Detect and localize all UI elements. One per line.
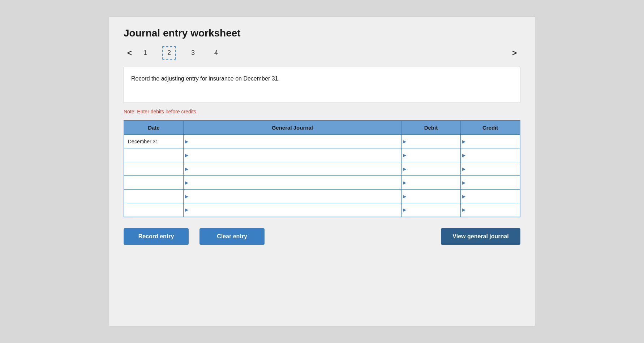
journal-cell-2[interactable]: ▶ [183, 148, 401, 162]
view-journal-button[interactable]: View general journal [441, 228, 520, 245]
tab-2[interactable]: 2 [162, 46, 176, 60]
tab-numbers: 1 2 3 4 [139, 46, 222, 60]
journal-input-6[interactable] [184, 203, 401, 217]
journal-cell-5[interactable]: ▶ [183, 190, 401, 203]
header-credit: Credit [461, 121, 520, 135]
tab-3[interactable]: 3 [187, 47, 199, 59]
debit-cell-2[interactable]: ▶ [401, 148, 460, 162]
journal-cell-1[interactable]: ▶ [183, 135, 401, 148]
credit-input-5[interactable] [461, 190, 520, 203]
instruction-text: Record the adjusting entry for insurance… [131, 74, 513, 83]
journal-input-3[interactable] [184, 162, 401, 175]
credit-input-6[interactable] [461, 203, 520, 217]
debit-cell-4[interactable]: ▶ [401, 176, 460, 190]
debit-cell-3[interactable]: ▶ [401, 162, 460, 176]
credit-cell-5[interactable]: ▶ [461, 190, 520, 203]
credit-input-2[interactable] [461, 148, 520, 162]
table-header-row: Date General Journal Debit Credit [124, 121, 520, 135]
date-cell-5 [124, 190, 183, 203]
debit-cell-6[interactable]: ▶ [401, 203, 460, 217]
debit-cell-1[interactable]: ▶ [401, 135, 460, 148]
journal-input-2[interactable] [184, 148, 401, 162]
page-title: Journal entry worksheet [124, 27, 520, 39]
date-cell-2 [124, 148, 183, 162]
table-row: ▶ ▶ ▶ [124, 148, 520, 162]
debit-input-3[interactable] [402, 162, 460, 175]
tab-1[interactable]: 1 [139, 47, 151, 59]
credit-input-1[interactable] [461, 135, 520, 148]
table-row: December 31 ▶ ▶ ▶ [124, 135, 520, 148]
next-arrow[interactable]: > [508, 47, 520, 60]
debit-input-1[interactable] [402, 135, 460, 148]
date-cell-3 [124, 162, 183, 176]
credit-cell-1[interactable]: ▶ [461, 135, 520, 148]
credit-cell-4[interactable]: ▶ [461, 176, 520, 190]
journal-cell-4[interactable]: ▶ [183, 176, 401, 190]
debit-input-2[interactable] [402, 148, 460, 162]
date-cell-4 [124, 176, 183, 190]
credit-input-3[interactable] [461, 162, 520, 175]
journal-input-5[interactable] [184, 190, 401, 203]
instruction-box: Record the adjusting entry for insurance… [124, 67, 520, 103]
credit-cell-3[interactable]: ▶ [461, 162, 520, 176]
credit-cell-6[interactable]: ▶ [461, 203, 520, 217]
worksheet-container: Journal entry worksheet < 1 2 3 4 > Reco… [109, 16, 535, 327]
journal-cell-3[interactable]: ▶ [183, 162, 401, 176]
header-debit: Debit [401, 121, 460, 135]
date-cell-1: December 31 [124, 135, 183, 148]
debit-input-4[interactable] [402, 176, 460, 189]
date-value-1: December 31 [128, 139, 158, 144]
header-general-journal: General Journal [183, 121, 401, 135]
debit-input-5[interactable] [402, 190, 460, 203]
journal-cell-6[interactable]: ▶ [183, 203, 401, 217]
prev-arrow[interactable]: < [124, 47, 136, 60]
header-date: Date [124, 121, 183, 135]
navigation-row: < 1 2 3 4 > [124, 46, 520, 60]
credit-input-4[interactable] [461, 176, 520, 189]
journal-input-4[interactable] [184, 176, 401, 189]
debit-cell-5[interactable]: ▶ [401, 190, 460, 203]
note-text: Note: Enter debits before credits. [124, 109, 520, 114]
clear-entry-button[interactable]: Clear entry [199, 228, 265, 245]
credit-cell-2[interactable]: ▶ [461, 148, 520, 162]
table-row: ▶ ▶ ▶ [124, 203, 520, 217]
table-row: ▶ ▶ ▶ [124, 190, 520, 203]
debit-input-6[interactable] [402, 203, 460, 217]
date-cell-6 [124, 203, 183, 217]
tab-4[interactable]: 4 [210, 47, 222, 59]
record-entry-button[interactable]: Record entry [124, 228, 189, 245]
journal-input-1[interactable] [184, 135, 401, 148]
buttons-row: Record entry Clear entry View general jo… [124, 228, 520, 245]
table-row: ▶ ▶ ▶ [124, 176, 520, 190]
journal-table: Date General Journal Debit Credit Decemb… [124, 120, 520, 217]
table-row: ▶ ▶ ▶ [124, 162, 520, 176]
